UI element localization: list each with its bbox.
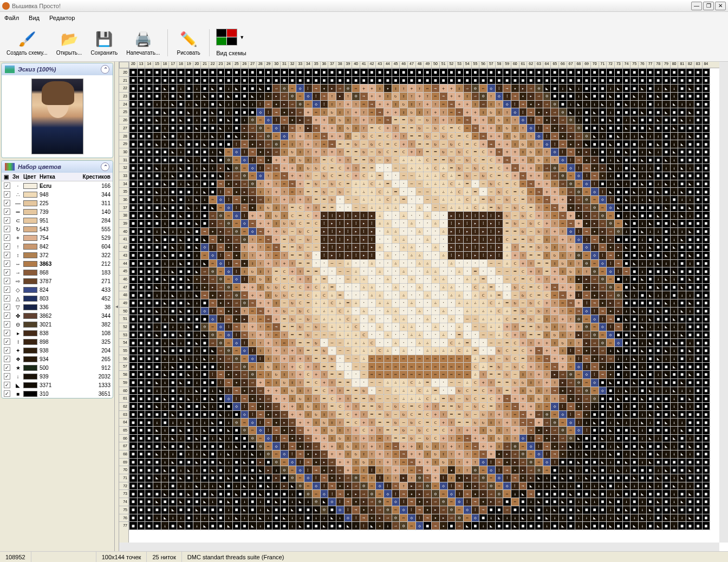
thread-number: 336 [40,304,66,310]
cross-count: 108 [66,330,110,336]
color-swatch [23,382,37,388]
checkbox[interactable]: ✓ [4,330,10,336]
color-row[interactable]: ✓∴948344 [2,190,113,199]
color-symbol: ◣ [12,382,23,388]
checkbox[interactable]: ✓ [4,208,10,215]
color-row[interactable]: ✓↑842604 [2,242,113,251]
sketch-panel-title: Эскиз (100%) [18,66,56,73]
color-symbol: ⊂ [12,218,23,224]
menubar: Файл Вид Редактор [0,12,728,24]
checkbox[interactable]: ✓ [4,286,10,293]
menu-editor[interactable]: Редактор [49,15,75,21]
ruler-vertical: 2021222324252627282930313233343536373839… [119,68,129,543]
color-swatch [23,391,37,397]
checkbox[interactable]: ✓ [4,338,10,345]
sidebar: Эскиз (100%) ⌃ Набор цветов ⌃ ▣ Зн Цвет … [0,62,115,551]
checkbox[interactable]: ✓ [4,278,10,284]
draw-button[interactable]: ✏️ Рисовать [172,25,205,60]
color-row[interactable]: ✓■3103651 [2,389,113,398]
color-row[interactable]: ✓★500912 [2,363,113,372]
color-row[interactable]: ✓+754529 [2,233,113,242]
color-symbol: + [12,235,23,241]
color-row[interactable]: ✓⁞898325 [2,337,113,346]
color-row[interactable]: ✓✦938204 [2,346,113,355]
color-swatch [23,304,37,310]
cross-count: 204 [66,348,110,354]
close-button[interactable]: ✕ [715,2,726,10]
color-symbol: ❖ [12,356,23,362]
maximize-button[interactable]: ❐ [703,2,714,10]
color-row[interactable]: ✓◣33711333 [2,381,113,389]
checkbox[interactable]: ✓ [4,321,10,328]
checkbox[interactable]: ✓ [4,191,10,198]
color-row[interactable]: ✓↻543555 [2,225,113,233]
checkbox[interactable]: ✓ [4,226,10,232]
checkbox[interactable]: ✓ [4,252,10,258]
color-symbol: ✦ [12,348,23,354]
color-row[interactable]: ✓❖934265 [2,355,113,363]
vertical-scrollbar[interactable] [719,62,728,543]
color-row[interactable]: ✓→868183 [2,268,113,277]
checkbox[interactable]: ✓ [4,304,10,310]
create-scheme-button[interactable]: 🖌️ Создать схему... [3,25,51,60]
cross-count: 212 [66,261,110,267]
checkbox[interactable]: ✓ [4,390,10,397]
color-row[interactable]: ✓↔3863212 [2,259,113,268]
color-row[interactable]: ✓△803452 [2,294,113,303]
checkbox[interactable]: ✓ [4,295,10,302]
color-row[interactable]: ✓·Ecru166 [2,181,113,190]
checkbox[interactable]: ✓ [4,269,10,276]
view-scheme-control[interactable]: ▼ Вид схемы [214,27,248,58]
open-button[interactable]: 📂 Открыть... [53,25,86,60]
checkbox[interactable]: ✓ [4,260,10,267]
color-symbol: ⊖ [12,322,23,328]
menu-view[interactable]: Вид [29,15,40,21]
color-row[interactable]: ✓⇨3787271 [2,277,113,285]
checkbox[interactable]: ✓ [4,200,10,206]
color-row[interactable]: ✓═739140 [2,207,113,216]
source-image-thumbnail[interactable] [31,79,83,154]
checkbox[interactable]: ✓ [4,243,10,250]
collapse-button[interactable]: ⌃ [101,162,109,171]
color-swatch [23,339,37,345]
checkbox[interactable]: ✓ [4,234,10,241]
canvas-area: 2013141516171819202122232425262728293031… [115,62,728,551]
color-row[interactable]: ✓✤3862344 [2,311,113,320]
chevron-down-icon[interactable]: ▼ [239,35,244,40]
checkbox[interactable]: ✓ [4,347,10,354]
menu-file[interactable]: Файл [4,15,19,21]
collapse-button[interactable]: ⌃ [101,65,109,74]
separator [209,29,210,56]
cross-count: 183 [66,270,110,276]
checkbox[interactable]: ✓ [4,312,10,319]
color-swatch [23,244,37,250]
save-button[interactable]: 💾 Сохранить [88,25,121,60]
cross-count: 912 [66,365,110,371]
checkbox[interactable]: ✓ [4,364,10,371]
color-symbol: ✤ [12,313,23,319]
cross-count: 1333 [66,382,110,388]
checkbox[interactable]: ✓ [4,182,10,189]
color-row[interactable]: ✓▸838108 [2,329,113,337]
ruler-corner [119,62,129,68]
sidebar-collapse-handle[interactable] [115,62,119,551]
color-row[interactable]: ✓↕372322 [2,251,113,259]
color-row[interactable]: ✓▽33638 [2,303,113,311]
checkbox[interactable]: ✓ [4,373,10,380]
print-button[interactable]: 🖨️ Напечатать... [123,25,163,60]
color-swatch [23,374,37,380]
color-swatch [23,235,37,241]
cross-count: 344 [66,313,110,319]
color-row[interactable]: ✓—225311 [2,199,113,207]
checkbox[interactable]: ✓ [4,382,10,388]
checkbox[interactable]: ✓ [4,217,10,224]
color-row[interactable]: ✓⊖3021382 [2,320,113,329]
minimize-button[interactable]: — [691,2,702,10]
stitch-grid[interactable]: ■■■■■■■■■■■■■■■■■■■■■■■■■■■■■■■■■■■■■■■■… [129,68,719,543]
color-row[interactable]: ✓⊂951284 [2,216,113,225]
horizontal-scrollbar[interactable] [119,543,719,551]
cross-count: 604 [66,244,110,250]
color-row[interactable]: ✓↓9392032 [2,372,113,381]
checkbox[interactable]: ✓ [4,356,10,362]
color-row[interactable]: ✓◇824433 [2,285,113,294]
